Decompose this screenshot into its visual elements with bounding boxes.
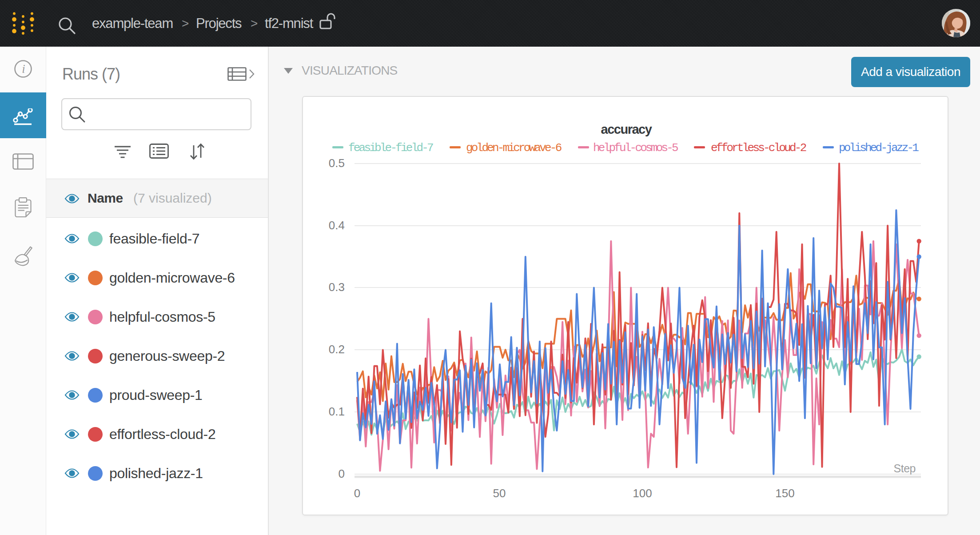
svg-text:i: i	[22, 62, 25, 76]
